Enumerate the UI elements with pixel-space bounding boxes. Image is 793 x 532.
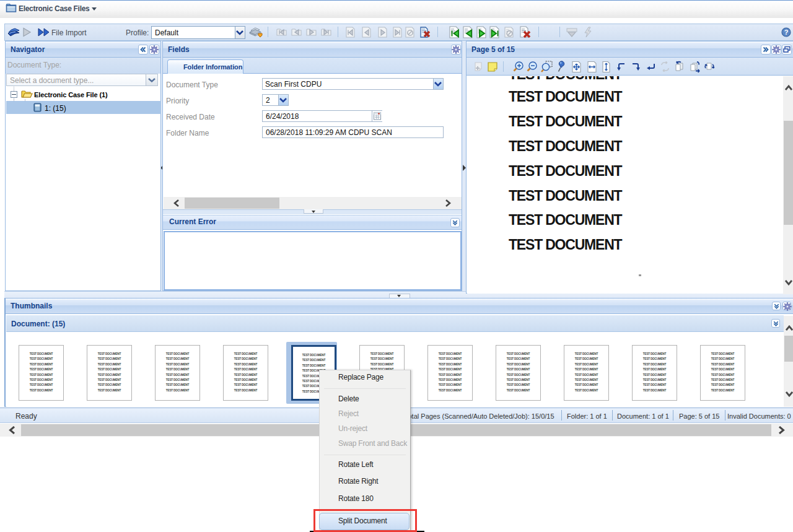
svg-text:?: ? (784, 28, 789, 36)
